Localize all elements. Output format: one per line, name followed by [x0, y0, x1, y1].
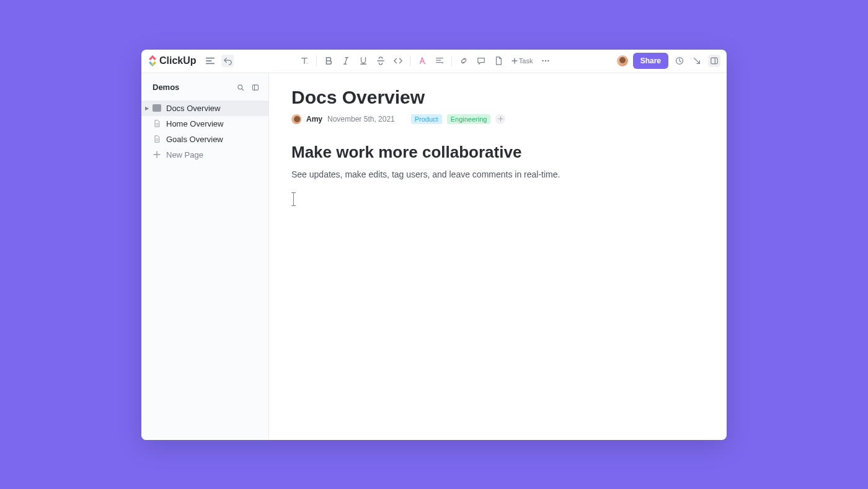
history-button[interactable] — [673, 55, 686, 67]
sidebar-item-goals-overview[interactable]: Goals Overview — [141, 132, 268, 147]
doc-author: Amy — [306, 115, 322, 123]
svg-rect-6 — [253, 84, 259, 89]
svg-rect-4 — [711, 58, 718, 64]
plus-icon — [153, 151, 161, 158]
author-avatar[interactable] — [291, 114, 301, 124]
link-button[interactable] — [457, 54, 471, 68]
topbar-right: Share — [617, 53, 720, 69]
sidebar-new-page-label: New Page — [166, 150, 203, 159]
menu-toggle-button[interactable] — [204, 55, 216, 67]
logo-mark-icon — [148, 55, 157, 66]
sidebar-header: Demos — [141, 78, 268, 97]
svg-point-2 — [548, 60, 549, 61]
expand-button[interactable] — [691, 55, 703, 67]
undo-button[interactable] — [221, 55, 234, 67]
tag-product[interactable]: Product — [411, 114, 442, 124]
tag-engineering[interactable]: Engineering — [447, 114, 491, 124]
svg-point-5 — [238, 84, 242, 89]
divider — [451, 56, 452, 66]
doc-paragraph[interactable]: See updates, make edits, tag users, and … — [291, 168, 704, 181]
text-color-dropdown[interactable] — [415, 54, 429, 68]
underline-button[interactable] — [356, 54, 370, 68]
brand-name: ClickUp — [159, 55, 197, 66]
formatting-toolbar: Task — [239, 54, 612, 68]
more-button[interactable] — [539, 54, 552, 68]
doc-date: November 5th, 2021 — [327, 115, 395, 123]
sidebar-item-docs-overview[interactable]: ▶ Docs Overview — [141, 101, 268, 116]
sidebar-search-button[interactable] — [235, 82, 246, 93]
doc-icon — [153, 135, 161, 143]
add-task-button[interactable]: Task — [509, 56, 536, 66]
share-label: Share — [640, 56, 661, 65]
doc-meta-row: Amy November 5th, 2021 Product Engineeri… — [291, 114, 704, 124]
doc-heading[interactable]: Make work more collaborative — [291, 143, 704, 162]
body: Demos ▶ Docs Overview Hom — [141, 73, 727, 440]
sidebar: Demos ▶ Docs Overview Hom — [141, 73, 269, 440]
add-tag-button[interactable] — [495, 114, 505, 124]
bold-button[interactable] — [322, 54, 335, 68]
doc-title[interactable]: Docs Overview — [291, 87, 704, 108]
doc-icon — [153, 120, 161, 127]
app-window: ClickUp — [141, 50, 727, 440]
sidebar-title: Demos — [153, 83, 231, 92]
align-dropdown[interactable] — [433, 54, 446, 68]
doc-filled-icon — [153, 104, 161, 112]
chevron-right-icon: ▶ — [145, 105, 150, 111]
sidebar-new-page-button[interactable]: New Page — [141, 147, 268, 163]
text-cursor-icon — [291, 192, 296, 206]
user-avatar[interactable] — [617, 55, 628, 66]
svg-point-1 — [545, 60, 546, 61]
attach-doc-button[interactable] — [492, 54, 505, 68]
panel-toggle-button[interactable] — [708, 55, 720, 67]
sidebar-item-label: Home Overview — [166, 119, 223, 128]
strikethrough-button[interactable] — [374, 54, 388, 68]
divider — [316, 56, 317, 66]
sidebar-collapse-button[interactable] — [250, 82, 261, 93]
sidebar-item-label: Docs Overview — [166, 104, 220, 113]
code-button[interactable] — [391, 54, 405, 68]
add-task-label: Task — [519, 57, 533, 65]
comment-button[interactable] — [474, 54, 488, 68]
svg-point-0 — [542, 60, 544, 61]
divider — [410, 56, 410, 66]
brand-logo[interactable]: ClickUp — [148, 55, 197, 66]
sidebar-item-home-overview[interactable]: Home Overview — [141, 116, 268, 132]
share-button[interactable]: Share — [633, 53, 668, 69]
sidebar-nav: ▶ Docs Overview Home Overview Goals Over… — [141, 101, 268, 163]
italic-button[interactable] — [339, 54, 353, 68]
topbar: ClickUp — [141, 50, 727, 73]
text-style-dropdown[interactable] — [298, 54, 311, 68]
document-area[interactable]: Docs Overview Amy November 5th, 2021 Pro… — [269, 73, 727, 440]
sidebar-item-label: Goals Overview — [166, 135, 223, 144]
